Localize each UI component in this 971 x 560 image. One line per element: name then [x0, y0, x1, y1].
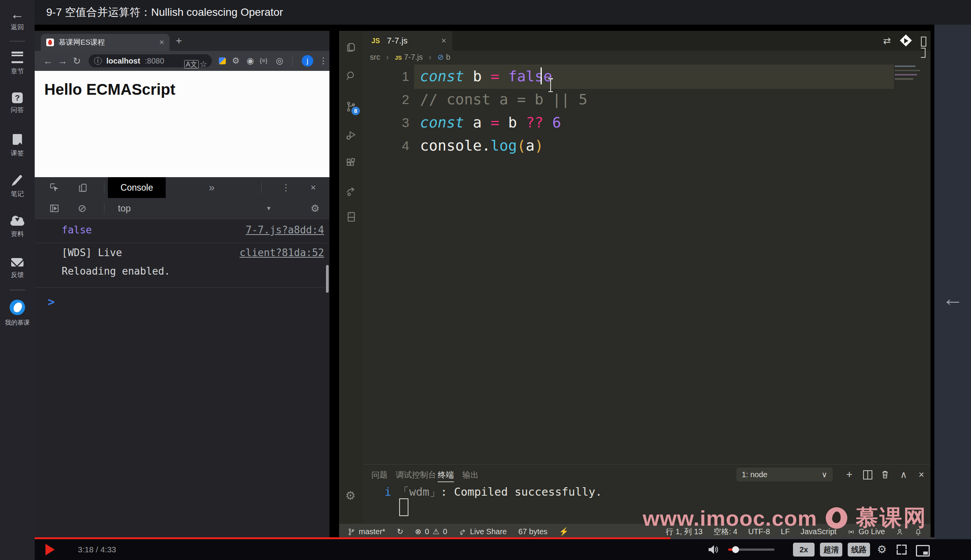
sidebar-item-bookmark[interactable]: 课签	[0, 134, 35, 158]
previous-arrow-button[interactable]: ←	[934, 286, 971, 311]
tab-output[interactable]: 输出	[462, 468, 479, 481]
profile-avatar[interactable]: j	[302, 55, 313, 67]
problems-status[interactable]: ⊗0 ⚠0	[415, 524, 447, 539]
quality-button[interactable]: 超清	[820, 543, 842, 557]
sidebar-item-label: 我的慕课	[0, 319, 35, 327]
console-drawer-icon[interactable]	[49, 198, 59, 219]
sidebar-item-label: 章节	[0, 67, 35, 76]
player-settings-gear-icon[interactable]: ⚙	[877, 539, 887, 560]
video-frame[interactable]: 慕课网ES课程 × + ← → ↻ i localhost :8080 A文 ☆…	[35, 25, 934, 539]
context-dropdown-icon[interactable]: ▼	[266, 198, 272, 219]
code-line-2: // const a = b || 5	[420, 88, 588, 111]
picture-in-picture-icon[interactable]	[916, 545, 930, 557]
sidebar-item-label: 笔记	[0, 189, 35, 198]
console-settings-icon[interactable]: ⚙	[311, 198, 319, 219]
browser-back-button[interactable]: ←	[43, 51, 53, 71]
tab-console[interactable]: Console	[108, 177, 166, 198]
file-size-status[interactable]: 67 bytes	[518, 524, 548, 539]
sidebar-item-feedback[interactable]: 反馈	[0, 258, 35, 279]
time-display: 3:18 / 4:33	[78, 539, 116, 560]
power-status[interactable]: ⚡	[559, 524, 569, 539]
sidebar-item-back[interactable]: ← 返回	[0, 8, 35, 32]
site-info-icon[interactable]: i	[94, 57, 102, 65]
route-button[interactable]: 线路	[848, 543, 870, 557]
sidebar-item-notes[interactable]: 笔记	[0, 174, 35, 198]
kill-terminal-icon[interactable]	[881, 470, 889, 479]
editor-tab-close-icon[interactable]: ×	[441, 31, 446, 51]
new-tab-button[interactable]: +	[176, 35, 182, 47]
question-icon: ?	[12, 92, 23, 103]
breadcrumb-file[interactable]: 7-7.js	[404, 53, 423, 61]
symbol-icon: ⊘	[437, 53, 444, 61]
split-editor-icon[interactable]	[921, 37, 931, 45]
breadcrumb: src › JS 7-7.js › ⊘ b	[363, 51, 931, 63]
devtools-extension-icon[interactable]: ◉	[247, 51, 254, 71]
breadcrumb-separator: ›	[425, 53, 435, 61]
sidebar-item-qa[interactable]: ? 问答	[0, 92, 35, 114]
chrome-menu-icon[interactable]: ⋮	[319, 51, 328, 71]
breadcrumb-folder[interactable]: src	[370, 53, 380, 61]
code-editor[interactable]: 1 2 3 4 const b = false // const a = b |…	[339, 63, 931, 464]
context-selector[interactable]: top	[118, 198, 131, 219]
warnings-icon: ⚠	[433, 527, 440, 536]
close-panel-icon[interactable]: ×	[919, 468, 924, 481]
json-extension-icon[interactable]: {≡}	[260, 51, 267, 71]
console-source-link[interactable]: 7-7.js?a8dd:4	[246, 224, 324, 236]
browser-forward-button[interactable]: →	[58, 51, 67, 71]
maximize-panel-icon[interactable]: ∧	[900, 468, 907, 481]
volume-icon[interactable]	[707, 544, 719, 555]
clear-console-icon[interactable]: ⊘	[78, 198, 87, 219]
editor-tab[interactable]: JS 7-7.js ×	[363, 31, 452, 51]
volume-slider-knob[interactable]	[732, 546, 739, 553]
manage-gear-icon[interactable]: ⚙	[345, 490, 357, 501]
translate-icon[interactable]: A文	[184, 60, 199, 69]
envelope-icon	[11, 258, 24, 267]
console-scrollbar-thumb[interactable]	[326, 265, 329, 293]
breadcrumb-symbol[interactable]: b	[446, 53, 450, 61]
sidebar-item-materials[interactable]: 资料	[0, 216, 35, 238]
line-number: 1	[397, 65, 409, 88]
devtools-close-icon[interactable]: ×	[311, 177, 316, 198]
devtools-menu-icon[interactable]: ⋮	[281, 177, 291, 198]
sidebar-item-label: 返回	[0, 23, 35, 32]
inspect-element-icon[interactable]	[49, 177, 59, 198]
screen: 9-7 空值合并运算符：Nullish coalescing Operator …	[0, 0, 971, 560]
console-source-link[interactable]: client?81da:52	[240, 247, 324, 258]
tab-close-icon[interactable]: ×	[159, 34, 164, 51]
sync-changes-icon[interactable]: ⇄	[883, 31, 891, 51]
explorer-icon[interactable]	[345, 42, 357, 53]
split-terminal-icon[interactable]	[863, 470, 872, 479]
devtools-separator	[104, 182, 104, 193]
new-terminal-icon[interactable]: +	[846, 468, 852, 481]
browser-reload-button[interactable]: ↻	[73, 51, 81, 71]
sync-status[interactable]: ↻	[397, 524, 403, 539]
lesson-title: 9-7 空值合并运算符：Nullish coalescing Operator	[46, 0, 283, 25]
playback-speed-button[interactable]: 2x	[793, 543, 815, 557]
extension-icon[interactable]	[219, 57, 226, 64]
sidebar-item-my-imooc[interactable]: 我的慕课	[0, 300, 35, 327]
more-tabs-icon[interactable]: »	[209, 177, 215, 198]
address-bar[interactable]: i localhost :8080 A文 ☆	[89, 54, 212, 67]
code-line-4: console.log(a)	[420, 134, 543, 157]
tab-debug-console[interactable]: 调试控制台	[396, 468, 436, 481]
tab-problems[interactable]: 问题	[371, 468, 388, 481]
console-prompt-chevron[interactable]: >	[48, 295, 55, 309]
play-button[interactable]	[45, 544, 55, 555]
live-share-status[interactable]: Live Share	[459, 524, 507, 539]
chrome-tab[interactable]: 慕课网ES课程 ×	[41, 34, 170, 51]
vscode-window: 8 ⚙ JS 7-7.js	[339, 31, 931, 539]
run-file-icon[interactable]	[902, 36, 910, 45]
toolbar-separator	[292, 55, 292, 66]
fullscreen-icon[interactable]	[897, 545, 907, 555]
tab-terminal[interactable]: 终端	[438, 468, 454, 482]
gear-extension-icon[interactable]: ⚙	[232, 51, 240, 71]
target-extension-icon[interactable]: ◎	[276, 51, 283, 71]
sidebar-item-chapters[interactable]: 章节	[0, 52, 35, 76]
terminal-shell-selector[interactable]: 1: node ∨	[736, 468, 833, 481]
minimap[interactable]	[895, 65, 924, 80]
user-avatar	[10, 300, 25, 315]
flame-favicon-icon	[46, 39, 54, 46]
git-branch-status[interactable]: master*	[348, 524, 385, 539]
chrome-window: 慕课网ES课程 × + ← → ↻ i localhost :8080 A文 ☆…	[35, 31, 329, 539]
device-toolbar-icon[interactable]	[78, 177, 88, 198]
